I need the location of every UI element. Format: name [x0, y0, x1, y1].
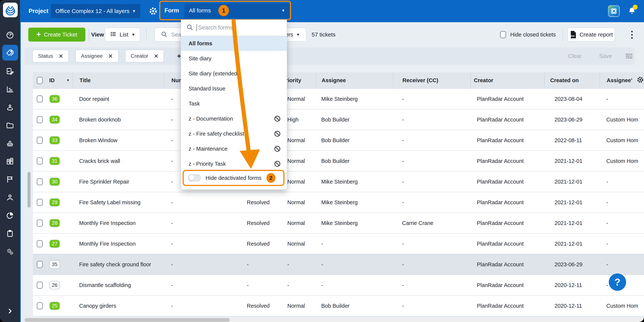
more-options-kebab-icon[interactable]	[630, 30, 634, 40]
form-option[interactable]: Standard Issue	[181, 81, 287, 96]
sidebar-item-tickets[interactable]	[2, 45, 18, 61]
row-checkbox[interactable]	[37, 116, 43, 123]
help-button[interactable]: ?	[609, 274, 626, 291]
ticket-title[interactable]: Fire safety check ground floor	[72, 254, 164, 275]
select-all-checkbox[interactable]	[37, 77, 43, 84]
ticket-title[interactable]: Monthly Fire Inspection	[72, 234, 164, 254]
form-search-input[interactable]	[196, 24, 282, 31]
remove-filter-icon[interactable]: ✕	[154, 53, 158, 59]
app-switcher-icon[interactable]	[608, 5, 620, 17]
form-option[interactable]: Task	[181, 96, 287, 111]
ticket-title[interactable]: Broken doorknob	[72, 110, 164, 130]
form-option[interactable]: Site diary (extended)	[181, 66, 287, 81]
table-row[interactable]: 33 Broken Window - Normal Bob Builder - …	[33, 130, 644, 151]
save-filters-button[interactable]: Save	[599, 47, 612, 65]
hide-deactivated-toggle[interactable]	[188, 174, 201, 181]
sidebar-item-settings[interactable]	[0, 246, 20, 258]
column-settings-gear-icon[interactable]	[636, 76, 644, 85]
ticket-title[interactable]: Fire Safety Label missing	[72, 192, 164, 212]
form-option[interactable]: z - Maintenance	[181, 141, 287, 156]
row-checkbox[interactable]	[37, 199, 43, 206]
step-1-badge: 1	[218, 5, 229, 16]
remove-filter-icon[interactable]: ✕	[108, 53, 113, 59]
view-mode-button[interactable]: List ▼	[105, 28, 140, 42]
row-checkbox[interactable]	[37, 137, 43, 144]
row-checkbox[interactable]	[37, 178, 43, 185]
ticket-title[interactable]: Monthly Fire Inspection	[72, 213, 164, 233]
table-row[interactable]: 27 Monthly Fire Inspection - Resolved No…	[33, 233, 644, 254]
column-title[interactable]: Title	[72, 72, 164, 88]
form-option[interactable]: z - Fire safety checklist	[181, 126, 287, 141]
table-row[interactable]: 31 Cracks brick wall - Normal Bob Builde…	[33, 151, 644, 171]
planradar-logo[interactable]	[3, 3, 18, 17]
ticket-title[interactable]: Canopy girders	[72, 296, 164, 316]
table-row[interactable]: 29 Fire Safety Label missing - Resolved …	[33, 192, 644, 212]
column-id[interactable]: ID	[49, 77, 55, 84]
filter-chip[interactable]: Status ✕	[32, 50, 69, 62]
row-checkbox[interactable]	[37, 240, 43, 247]
table-row[interactable]: 35 Fire safety check ground floor - - - …	[33, 254, 644, 275]
project-settings-gear-icon[interactable]	[148, 6, 158, 16]
form-option[interactable]: z - Priority Task	[181, 156, 287, 171]
table-row[interactable]: 25 Canopy girders - Resolved Normal Bob …	[33, 295, 644, 316]
form-option[interactable]: z - Documentation	[181, 111, 287, 126]
column-receiver[interactable]: Receiver (CC)	[393, 72, 470, 88]
form-option-label: z - Maintenance	[188, 146, 228, 152]
column-creator[interactable]: Creator	[470, 72, 544, 88]
view-label: View	[91, 28, 104, 42]
ticket-title[interactable]: Door repaint	[72, 89, 164, 109]
hide-closed-checkbox[interactable]	[500, 31, 506, 38]
sort-desc-icon[interactable]: ▼	[66, 78, 70, 82]
filter-chip[interactable]: Creator ✕	[125, 50, 164, 62]
row-checkbox[interactable]	[37, 261, 43, 268]
sidebar-item-dashboard[interactable]	[0, 29, 20, 41]
table-row[interactable]: 30 Fire Sprinkler Repair - Normal Mike S…	[33, 171, 644, 192]
column-assignee[interactable]: Assignee	[316, 72, 393, 88]
vertical-scrollbar-thumb[interactable]	[28, 172, 30, 208]
sidebar-item-site-position[interactable]	[0, 101, 20, 113]
column-created-on[interactable]: Created on	[544, 72, 600, 88]
sidebar-item-reports[interactable]	[0, 209, 20, 221]
ticket-title[interactable]: Dismantle scaffolding	[72, 275, 164, 295]
create-ticket-button[interactable]: + Create Ticket	[28, 28, 85, 42]
sidebar-item-tasks[interactable]	[0, 227, 20, 239]
table-row[interactable]: 36 Door repaint - Normal Mike Steinberg …	[33, 88, 644, 109]
horizontal-scrollbar[interactable]	[24, 318, 644, 322]
sidebar-item-flags[interactable]	[0, 173, 20, 185]
ticket-title[interactable]: Cracks brick wall	[72, 151, 164, 171]
sidebar-item-projects[interactable]	[0, 155, 20, 167]
ticket-priority: Normal	[277, 213, 316, 233]
ticket-created-on: 2021-12-01	[544, 234, 600, 254]
project-select[interactable]: Office Complex 12 - All layers ▼	[51, 4, 140, 18]
clear-filters-button[interactable]: Clear	[568, 47, 582, 65]
sidebar-item-plans[interactable]	[0, 65, 20, 77]
list-icon	[110, 31, 117, 39]
sidebar-item-statistics[interactable]	[0, 83, 20, 95]
table-row[interactable]: 28 Monthly Fire Inspection - Resolved No…	[33, 212, 644, 233]
filter-settings-sliders-icon[interactable]	[624, 51, 634, 61]
form-option[interactable]: All forms	[181, 36, 287, 51]
form-select[interactable]: All forms ▼	[184, 3, 290, 18]
ticket-title[interactable]: Fire Sprinkler Repair	[72, 171, 164, 192]
row-checkbox[interactable]	[37, 219, 43, 227]
ticket-assignee: Bob Builder	[316, 130, 393, 151]
row-checkbox[interactable]	[37, 95, 43, 103]
create-report-button[interactable]: PDF Create report	[568, 28, 615, 42]
table-row[interactable]: 26 Dismantle scaffolding - - - - - PlanR…	[33, 275, 644, 295]
row-checkbox[interactable]	[37, 282, 43, 289]
sidebar-item-documents[interactable]	[0, 119, 20, 132]
remove-filter-icon[interactable]: ✕	[58, 53, 63, 59]
table-row[interactable]: 34 Broken doorknob - High Bob Builder - …	[33, 109, 644, 130]
column-assignee-extra[interactable]: Assignee'	[607, 77, 632, 84]
horizontal-scrollbar-thumb[interactable]	[24, 318, 230, 322]
filter-chip[interactable]: Assignee ✕	[75, 50, 118, 62]
row-checkbox[interactable]	[37, 158, 43, 164]
sidebar-item-contacts[interactable]	[0, 191, 20, 203]
ticket-creator: PlanRadar Account	[470, 89, 544, 109]
row-checkbox[interactable]	[37, 302, 43, 310]
ticket-title[interactable]: Broken Window	[72, 130, 164, 151]
sidebar-expand-button[interactable]	[0, 305, 20, 317]
form-option[interactable]: Site diary	[181, 51, 287, 66]
notification-dot	[633, 5, 638, 9]
sidebar-item-approvals[interactable]	[0, 137, 20, 149]
